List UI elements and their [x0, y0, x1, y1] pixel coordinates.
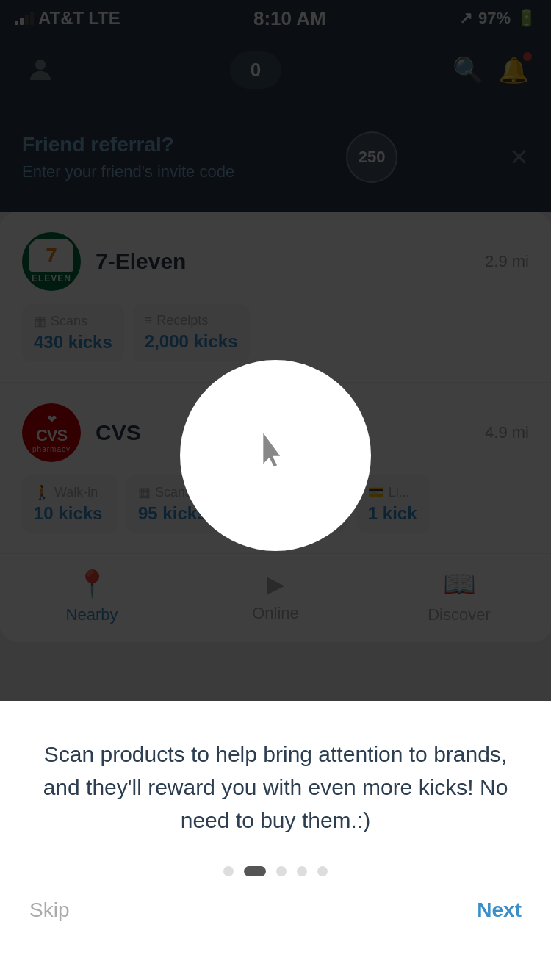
tutorial-text: Scan products to help bring attention to… — [29, 738, 522, 837]
cursor-icon — [257, 433, 294, 478]
dot-3 — [276, 866, 287, 876]
skip-button[interactable]: Skip — [29, 898, 69, 922]
tutorial-footer: Skip Next — [29, 898, 522, 922]
dot-1 — [223, 866, 234, 876]
next-button[interactable]: Next — [477, 898, 522, 922]
dot-2 — [244, 866, 266, 876]
spotlight-circle — [180, 360, 371, 551]
dot-5 — [317, 866, 328, 876]
tutorial-pagination — [29, 866, 522, 876]
dot-4 — [297, 866, 307, 876]
tutorial-bottom-sheet: Scan products to help bring attention to… — [0, 701, 551, 980]
